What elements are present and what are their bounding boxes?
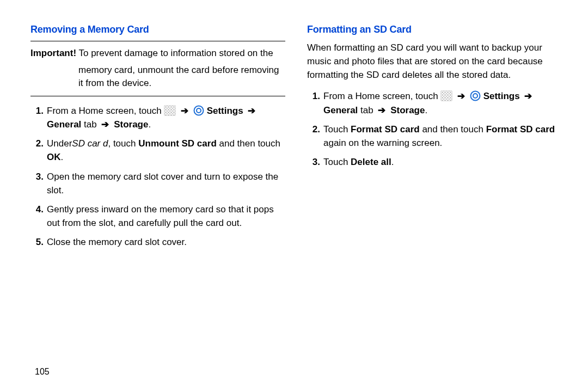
step-number: 3. (307, 155, 320, 169)
formatting-intro: When formatting an SD card you will want… (307, 41, 562, 82)
formatting-steps: 1. From a Home screen, touch ➔ Settings … (307, 89, 562, 169)
text: Under (47, 138, 72, 149)
step-3: 3. Open the memory card slot cover and t… (30, 170, 285, 197)
left-column: Removing a Memory Card Important! To pre… (30, 24, 285, 376)
svg-point-2 (470, 91, 480, 101)
step-body: Close the memory card slot cover. (47, 235, 285, 249)
manual-page: Removing a Memory Card Important! To pre… (0, 0, 588, 392)
format-label-2: Format SD card (486, 124, 555, 134)
rule-bottom (30, 96, 285, 96)
step-body: UnderSD car d, touch Unmount SD card and… (47, 137, 285, 164)
step-2: 2. Touch Format SD card and then touch F… (307, 122, 562, 150)
important-text-line1: To prevent damage to information stored … (76, 48, 273, 58)
step-body: Open the memory card slot cover and turn… (47, 170, 285, 197)
step-5: 5. Close the memory card slot cover. (30, 235, 285, 249)
step-body: Gently press inward on the memory card s… (47, 203, 285, 230)
arrow-icon: ➔ (524, 91, 532, 101)
text: Touch (323, 157, 351, 167)
text: From a Home screen, touch (323, 91, 440, 101)
text: and then touch (217, 138, 280, 149)
delete-all-label: Delete all (351, 157, 391, 167)
heading-formatting: Formatting an SD Card (307, 24, 562, 35)
text: tab (81, 119, 99, 130)
settings-label: Settings (207, 106, 243, 116)
step-number: 1. (30, 104, 44, 131)
settings-label: Settings (483, 91, 520, 101)
text: Touch (323, 124, 351, 134)
step-2: 2. UnderSD car d, touch Unmount SD card … (30, 137, 285, 164)
arrow-icon: ➔ (378, 105, 385, 115)
settings-gear-icon (470, 90, 481, 101)
text: and then touch (420, 124, 486, 134)
storage-label: Storage (114, 119, 148, 130)
arrow-icon: ➔ (181, 106, 188, 116)
important-block: Important! To prevent damage to informat… (30, 41, 285, 96)
step-1: 1. From a Home screen, touch ➔ Settings … (307, 89, 562, 117)
right-column: Formatting an SD Card When formatting an… (307, 24, 562, 376)
svg-point-1 (197, 108, 201, 113)
svg-point-0 (194, 106, 203, 115)
rule-top (30, 41, 285, 41)
step-number: 2. (30, 137, 44, 164)
unmount-label: Unmount SD card (138, 138, 217, 149)
step-body: Touch Format SD card and then touch Form… (323, 122, 562, 150)
apps-grid-icon (164, 105, 176, 116)
important-label: Important! (30, 48, 76, 58)
arrow-icon: ➔ (101, 119, 109, 130)
text: again on the warning screen. (323, 138, 442, 148)
step-body: From a Home screen, touch ➔ Settings ➔ G… (47, 104, 285, 131)
general-label: General (323, 105, 358, 115)
format-label-1: Format SD card (351, 124, 420, 134)
step-4: 4. Gently press inward on the memory car… (30, 203, 285, 230)
step-3: 3. Touch Delete all. (307, 155, 562, 169)
step-number: 2. (307, 122, 320, 150)
apps-grid-icon (440, 90, 452, 101)
step-1: 1. From a Home screen, touch ➔ Settings … (30, 104, 285, 131)
heading-removing: Removing a Memory Card (30, 24, 285, 35)
text: From a Home screen, touch (47, 106, 164, 116)
italic-text: SD car d (72, 138, 108, 149)
arrow-icon: ➔ (248, 106, 255, 116)
ok-label: OK (47, 152, 61, 162)
general-label: General (47, 119, 81, 130)
page-number: 105 (35, 367, 50, 377)
storage-label: Storage (390, 105, 425, 115)
step-body: From a Home screen, touch ➔ Settings ➔ G… (323, 89, 562, 117)
settings-gear-icon (193, 105, 204, 116)
text: , touch (108, 138, 138, 149)
removing-steps: 1. From a Home screen, touch ➔ Settings … (30, 104, 285, 249)
step-number: 4. (30, 203, 44, 230)
arrow-icon: ➔ (457, 91, 465, 101)
step-number: 3. (30, 170, 44, 197)
svg-point-3 (473, 94, 477, 98)
step-number: 1. (307, 89, 320, 117)
step-body: Touch Delete all. (323, 155, 562, 169)
important-text-cont: memory card, unmount the card before rem… (78, 64, 285, 90)
text: tab (358, 105, 376, 115)
step-number: 5. (30, 235, 44, 249)
